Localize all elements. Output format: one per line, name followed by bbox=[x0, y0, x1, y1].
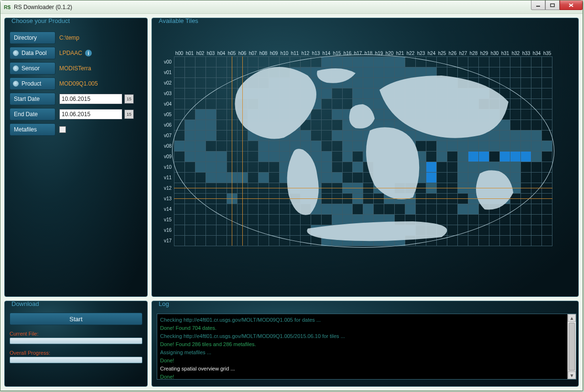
tile-cell[interactable] bbox=[510, 109, 521, 120]
tile-cell[interactable] bbox=[205, 120, 216, 131]
tile-cell[interactable] bbox=[500, 236, 510, 246]
tile-cell[interactable] bbox=[248, 141, 258, 152]
tile-cell[interactable] bbox=[195, 152, 205, 162]
tile-cell[interactable] bbox=[353, 183, 363, 194]
tile-cell[interactable] bbox=[458, 57, 468, 67]
tile-cell[interactable] bbox=[216, 225, 227, 236]
tile-cell[interactable] bbox=[458, 152, 468, 162]
tile-cell[interactable] bbox=[227, 67, 237, 78]
tile-cell[interactable] bbox=[541, 120, 552, 131]
tile-cell[interactable] bbox=[332, 215, 342, 225]
start-button[interactable]: Start bbox=[10, 313, 142, 325]
tile-cell[interactable] bbox=[279, 225, 290, 236]
tile-cell[interactable] bbox=[174, 194, 185, 204]
tile-cell[interactable] bbox=[353, 215, 363, 225]
tile-cell[interactable] bbox=[300, 215, 311, 225]
tile-cell[interactable] bbox=[174, 141, 185, 152]
tile-cell[interactable] bbox=[531, 99, 541, 109]
tile-cell[interactable] bbox=[416, 152, 426, 162]
tile-cell[interactable] bbox=[395, 204, 405, 215]
tile-cell[interactable] bbox=[479, 236, 489, 246]
tile-cell[interactable] bbox=[437, 141, 447, 152]
tile-cell[interactable] bbox=[279, 141, 290, 152]
tile-cell[interactable] bbox=[374, 57, 384, 67]
tile-cell[interactable] bbox=[174, 173, 185, 183]
tile-cell[interactable] bbox=[174, 67, 185, 78]
tile-cell[interactable] bbox=[458, 109, 468, 120]
tile-cell[interactable] bbox=[531, 152, 541, 162]
tile-cell[interactable] bbox=[248, 204, 258, 215]
tile-cell[interactable] bbox=[363, 194, 374, 204]
tile-cell[interactable] bbox=[458, 67, 468, 78]
tile-cell[interactable] bbox=[342, 67, 353, 78]
tile-cell[interactable] bbox=[342, 162, 353, 173]
tile-cell[interactable] bbox=[520, 120, 531, 131]
tile-cell[interactable] bbox=[174, 57, 185, 67]
tile-cell[interactable] bbox=[216, 141, 227, 152]
tile-cell[interactable] bbox=[258, 99, 269, 109]
tile-cell[interactable] bbox=[300, 141, 311, 152]
tile-cell[interactable] bbox=[184, 88, 195, 99]
tile-cell[interactable] bbox=[205, 236, 216, 246]
tile-cell[interactable] bbox=[520, 99, 531, 109]
tile-cell[interactable] bbox=[395, 236, 405, 246]
tile-cell[interactable] bbox=[479, 215, 489, 225]
tile-cell[interactable] bbox=[290, 131, 300, 141]
tile-cell[interactable] bbox=[426, 78, 437, 88]
tile-cell[interactable] bbox=[447, 225, 458, 236]
tile-cell[interactable] bbox=[300, 194, 311, 204]
tile-cell[interactable] bbox=[395, 88, 405, 99]
tile-cell[interactable] bbox=[321, 204, 332, 215]
tile-cell[interactable] bbox=[311, 120, 321, 131]
tile-cell[interactable] bbox=[405, 120, 416, 131]
tile-cell[interactable] bbox=[258, 120, 269, 131]
tile-cell[interactable] bbox=[269, 162, 279, 173]
tile-cell[interactable] bbox=[374, 236, 384, 246]
tile-cell[interactable] bbox=[269, 120, 279, 131]
tile-cell[interactable] bbox=[248, 215, 258, 225]
tile-cell[interactable] bbox=[237, 225, 248, 236]
tile-cell[interactable] bbox=[520, 67, 531, 78]
tile-cell[interactable] bbox=[541, 225, 552, 236]
tile-cell[interactable] bbox=[468, 183, 479, 194]
tile-cell[interactable] bbox=[205, 204, 216, 215]
tile-cell[interactable] bbox=[216, 120, 227, 131]
tile-cell[interactable] bbox=[458, 183, 468, 194]
tile-cell[interactable] bbox=[269, 183, 279, 194]
tile-cell[interactable] bbox=[458, 173, 468, 183]
tile-cell[interactable] bbox=[458, 88, 468, 99]
tile-cell[interactable] bbox=[184, 78, 195, 88]
tile-cell[interactable] bbox=[468, 99, 479, 109]
tile-cell[interactable] bbox=[510, 78, 521, 88]
tile-cell[interactable] bbox=[531, 236, 541, 246]
tile-cell[interactable] bbox=[426, 152, 437, 162]
tile-cell[interactable] bbox=[363, 67, 374, 78]
tile-cell[interactable] bbox=[227, 78, 237, 88]
tile-cell[interactable] bbox=[374, 67, 384, 78]
tile-cell[interactable] bbox=[279, 183, 290, 194]
tile-cell[interactable] bbox=[321, 88, 332, 99]
tile-cell[interactable] bbox=[237, 88, 248, 99]
tile-cell[interactable] bbox=[405, 99, 416, 109]
tile-cell[interactable] bbox=[342, 78, 353, 88]
tile-cell[interactable] bbox=[363, 78, 374, 88]
tile-cell[interactable] bbox=[311, 173, 321, 183]
tile-cell[interactable] bbox=[374, 99, 384, 109]
tile-cell[interactable] bbox=[531, 88, 541, 99]
sensor-button[interactable]: Sensor bbox=[10, 62, 55, 75]
start-date-input[interactable] bbox=[59, 94, 122, 104]
tile-cell[interactable] bbox=[500, 141, 510, 152]
tile-cell[interactable] bbox=[258, 57, 269, 67]
tile-cell[interactable] bbox=[237, 173, 248, 183]
tile-cell[interactable] bbox=[447, 99, 458, 109]
tile-cell[interactable] bbox=[458, 78, 468, 88]
tile-cell[interactable] bbox=[321, 109, 332, 120]
tile-cell[interactable] bbox=[416, 78, 426, 88]
tile-cell[interactable] bbox=[237, 194, 248, 204]
tile-cell[interactable] bbox=[227, 194, 237, 204]
tile-cell[interactable] bbox=[395, 109, 405, 120]
tile-cell[interactable] bbox=[216, 162, 227, 173]
tile-cell[interactable] bbox=[216, 57, 227, 67]
tile-cell[interactable] bbox=[458, 131, 468, 141]
tile-cell[interactable] bbox=[468, 67, 479, 78]
